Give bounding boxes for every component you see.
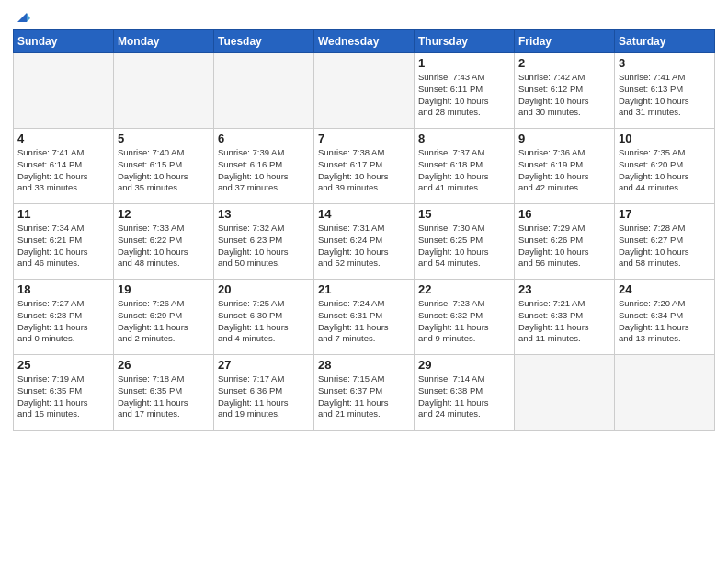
- day-info: Sunrise: 7:31 AMSunset: 6:24 PMDaylight:…: [318, 223, 410, 270]
- col-header-friday: Friday: [515, 30, 615, 53]
- calendar-cell: 29Sunrise: 7:14 AMSunset: 6:38 PMDayligh…: [415, 355, 515, 431]
- calendar-cell: 15Sunrise: 7:30 AMSunset: 6:25 PMDayligh…: [415, 204, 515, 280]
- day-info: Sunrise: 7:19 AMSunset: 6:35 PMDaylight:…: [17, 373, 109, 420]
- day-info: Sunrise: 7:42 AMSunset: 6:12 PMDaylight:…: [518, 72, 610, 119]
- day-number: 15: [418, 207, 510, 221]
- calendar-cell: [314, 53, 415, 129]
- calendar-cell: [214, 53, 314, 129]
- calendar-cell: 9Sunrise: 7:36 AMSunset: 6:19 PMDaylight…: [515, 129, 615, 204]
- day-info: Sunrise: 7:38 AMSunset: 6:17 PMDaylight:…: [318, 147, 410, 194]
- calendar-cell: 18Sunrise: 7:27 AMSunset: 6:28 PMDayligh…: [14, 280, 114, 355]
- day-info: Sunrise: 7:36 AMSunset: 6:19 PMDaylight:…: [518, 147, 610, 194]
- day-number: 23: [518, 282, 610, 296]
- calendar-cell: 25Sunrise: 7:19 AMSunset: 6:35 PMDayligh…: [14, 355, 114, 431]
- day-info: Sunrise: 7:14 AMSunset: 6:38 PMDaylight:…: [418, 373, 510, 420]
- day-info: Sunrise: 7:35 AMSunset: 6:20 PMDaylight:…: [619, 147, 711, 194]
- col-header-wednesday: Wednesday: [314, 30, 415, 53]
- day-number: 10: [619, 132, 711, 145]
- logo: [13, 9, 30, 24]
- calendar-table: SundayMondayTuesdayWednesdayThursdayFrid…: [13, 29, 715, 431]
- calendar-week-row: 1Sunrise: 7:43 AMSunset: 6:11 PMDaylight…: [14, 53, 715, 129]
- calendar-cell: [114, 53, 214, 129]
- day-number: 6: [218, 132, 310, 145]
- day-number: 21: [318, 282, 410, 296]
- day-number: 25: [17, 358, 109, 372]
- calendar-cell: [615, 355, 715, 431]
- svg-marker-0: [17, 13, 27, 22]
- col-header-tuesday: Tuesday: [214, 30, 314, 53]
- day-info: Sunrise: 7:26 AMSunset: 6:29 PMDaylight:…: [118, 298, 210, 345]
- calendar-cell: 8Sunrise: 7:37 AMSunset: 6:18 PMDaylight…: [415, 129, 515, 204]
- calendar-cell: 4Sunrise: 7:41 AMSunset: 6:14 PMDaylight…: [14, 129, 114, 204]
- day-number: 13: [218, 207, 310, 221]
- svg-marker-1: [27, 13, 30, 22]
- day-number: 8: [418, 132, 510, 145]
- day-number: 9: [518, 132, 610, 145]
- day-info: Sunrise: 7:29 AMSunset: 6:26 PMDaylight:…: [518, 223, 610, 270]
- day-info: Sunrise: 7:23 AMSunset: 6:32 PMDaylight:…: [418, 298, 510, 345]
- col-header-thursday: Thursday: [415, 30, 515, 53]
- day-number: 4: [17, 132, 109, 145]
- calendar-cell: 16Sunrise: 7:29 AMSunset: 6:26 PMDayligh…: [515, 204, 615, 280]
- day-number: 26: [118, 358, 210, 372]
- col-header-sunday: Sunday: [14, 30, 114, 53]
- day-number: 19: [118, 282, 210, 296]
- header: [13, 9, 715, 24]
- calendar-week-row: 4Sunrise: 7:41 AMSunset: 6:14 PMDaylight…: [14, 129, 715, 204]
- calendar-cell: 26Sunrise: 7:18 AMSunset: 6:35 PMDayligh…: [114, 355, 214, 431]
- day-number: 24: [619, 282, 711, 296]
- calendar-cell: 7Sunrise: 7:38 AMSunset: 6:17 PMDaylight…: [314, 129, 415, 204]
- calendar-week-row: 11Sunrise: 7:34 AMSunset: 6:21 PMDayligh…: [14, 204, 715, 280]
- day-info: Sunrise: 7:34 AMSunset: 6:21 PMDaylight:…: [17, 223, 109, 270]
- day-number: 11: [17, 207, 109, 221]
- day-number: 20: [218, 282, 310, 296]
- day-info: Sunrise: 7:17 AMSunset: 6:36 PMDaylight:…: [218, 373, 310, 420]
- calendar-cell: 13Sunrise: 7:32 AMSunset: 6:23 PMDayligh…: [214, 204, 314, 280]
- calendar-cell: 10Sunrise: 7:35 AMSunset: 6:20 PMDayligh…: [615, 129, 715, 204]
- col-header-monday: Monday: [114, 30, 214, 53]
- calendar-header-row: SundayMondayTuesdayWednesdayThursdayFrid…: [14, 30, 715, 53]
- calendar-cell: 17Sunrise: 7:28 AMSunset: 6:27 PMDayligh…: [615, 204, 715, 280]
- day-info: Sunrise: 7:15 AMSunset: 6:37 PMDaylight:…: [318, 373, 410, 420]
- day-number: 7: [318, 132, 410, 145]
- calendar-cell: [14, 53, 114, 129]
- day-number: 3: [619, 56, 711, 70]
- calendar-cell: 19Sunrise: 7:26 AMSunset: 6:29 PMDayligh…: [114, 280, 214, 355]
- day-info: Sunrise: 7:33 AMSunset: 6:22 PMDaylight:…: [118, 223, 210, 270]
- day-number: 5: [118, 132, 210, 145]
- day-number: 14: [318, 207, 410, 221]
- day-info: Sunrise: 7:28 AMSunset: 6:27 PMDaylight:…: [619, 223, 711, 270]
- calendar-cell: 14Sunrise: 7:31 AMSunset: 6:24 PMDayligh…: [314, 204, 415, 280]
- day-info: Sunrise: 7:41 AMSunset: 6:13 PMDaylight:…: [619, 72, 711, 119]
- day-info: Sunrise: 7:43 AMSunset: 6:11 PMDaylight:…: [418, 72, 510, 119]
- calendar-cell: 6Sunrise: 7:39 AMSunset: 6:16 PMDaylight…: [214, 129, 314, 204]
- day-info: Sunrise: 7:18 AMSunset: 6:35 PMDaylight:…: [118, 373, 210, 420]
- calendar-week-row: 25Sunrise: 7:19 AMSunset: 6:35 PMDayligh…: [14, 355, 715, 431]
- calendar-cell: 12Sunrise: 7:33 AMSunset: 6:22 PMDayligh…: [114, 204, 214, 280]
- calendar-cell: 11Sunrise: 7:34 AMSunset: 6:21 PMDayligh…: [14, 204, 114, 280]
- day-info: Sunrise: 7:30 AMSunset: 6:25 PMDaylight:…: [418, 223, 510, 270]
- calendar-cell: 21Sunrise: 7:24 AMSunset: 6:31 PMDayligh…: [314, 280, 415, 355]
- day-number: 28: [318, 358, 410, 372]
- logo-icon: [14, 9, 30, 26]
- calendar-cell: 5Sunrise: 7:40 AMSunset: 6:15 PMDaylight…: [114, 129, 214, 204]
- calendar-cell: 28Sunrise: 7:15 AMSunset: 6:37 PMDayligh…: [314, 355, 415, 431]
- calendar-cell: 27Sunrise: 7:17 AMSunset: 6:36 PMDayligh…: [214, 355, 314, 431]
- calendar-cell: 1Sunrise: 7:43 AMSunset: 6:11 PMDaylight…: [415, 53, 515, 129]
- day-info: Sunrise: 7:21 AMSunset: 6:33 PMDaylight:…: [518, 298, 610, 345]
- day-info: Sunrise: 7:39 AMSunset: 6:16 PMDaylight:…: [218, 147, 310, 194]
- day-number: 16: [518, 207, 610, 221]
- calendar-cell: 20Sunrise: 7:25 AMSunset: 6:30 PMDayligh…: [214, 280, 314, 355]
- calendar-week-row: 18Sunrise: 7:27 AMSunset: 6:28 PMDayligh…: [14, 280, 715, 355]
- day-number: 22: [418, 282, 510, 296]
- day-number: 18: [17, 282, 109, 296]
- day-info: Sunrise: 7:37 AMSunset: 6:18 PMDaylight:…: [418, 147, 510, 194]
- col-header-saturday: Saturday: [615, 30, 715, 53]
- day-info: Sunrise: 7:32 AMSunset: 6:23 PMDaylight:…: [218, 223, 310, 270]
- calendar-cell: 22Sunrise: 7:23 AMSunset: 6:32 PMDayligh…: [415, 280, 515, 355]
- day-info: Sunrise: 7:27 AMSunset: 6:28 PMDaylight:…: [17, 298, 109, 345]
- calendar-cell: 24Sunrise: 7:20 AMSunset: 6:34 PMDayligh…: [615, 280, 715, 355]
- day-info: Sunrise: 7:25 AMSunset: 6:30 PMDaylight:…: [218, 298, 310, 345]
- calendar-cell: 2Sunrise: 7:42 AMSunset: 6:12 PMDaylight…: [515, 53, 615, 129]
- day-info: Sunrise: 7:41 AMSunset: 6:14 PMDaylight:…: [17, 147, 109, 194]
